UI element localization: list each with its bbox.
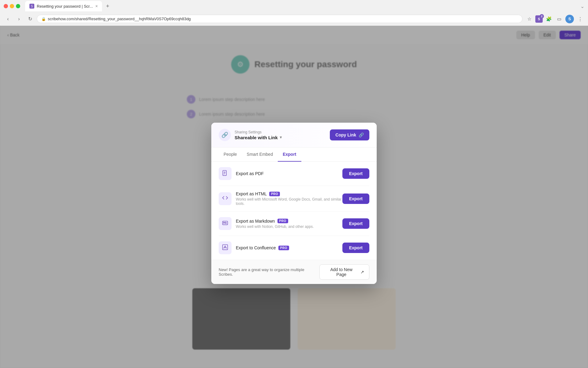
sharing-type-label: Shareable with Link ▼ — [235, 135, 283, 140]
export-html-title: Export as HTML PRO — [236, 191, 342, 196]
browser-menu-button[interactable]: ⌄ — [580, 3, 584, 9]
browser-actions: ☆ S 2 🧩 ▭ S ⋮ — [525, 15, 584, 23]
export-confluence-item: Export to Confluence PRO Export — [219, 236, 369, 260]
pro-badge-markdown: PRO — [277, 219, 288, 223]
footer-text: New! Pages are a great way to organize m… — [219, 267, 319, 277]
export-pdf-title: Export as PDF — [236, 171, 342, 176]
export-pdf-info: Export as PDF — [236, 171, 342, 176]
export-html-icon-wrap — [219, 192, 232, 205]
url-text: scribehow.com/shared/Resetting_your_pass… — [48, 17, 191, 21]
export-confluence-title: Export to Confluence PRO — [236, 245, 342, 250]
export-html-desc: Works well with Microsoft Word, Google D… — [236, 197, 342, 206]
modal-tabs: People Smart Embed Export — [211, 148, 377, 162]
tab-favicon: S — [29, 4, 34, 9]
bookmark-button[interactable]: ☆ — [525, 15, 533, 23]
sharing-modal: 🔗 Sharing Settings Shareable with Link ▼… — [211, 123, 377, 284]
export-confluence-icon-wrap — [219, 241, 232, 254]
export-markdown-item: Export as Markdown PRO Works well with N… — [219, 212, 369, 236]
sharing-icon: 🔗 — [219, 129, 231, 141]
back-navigation-button[interactable]: ‹ — [4, 15, 12, 23]
export-markdown-title: Export as Markdown PRO — [236, 219, 342, 224]
active-tab[interactable]: S Resetting your password | Scr... × — [25, 1, 102, 11]
tab-close-button[interactable]: × — [95, 4, 98, 9]
sharing-info: Sharing Settings Shareable with Link ▼ — [235, 130, 283, 140]
chevron-down-icon[interactable]: ▼ — [279, 135, 283, 140]
extension-button[interactable]: S 2 — [535, 15, 543, 23]
tab-people[interactable]: People — [219, 148, 242, 162]
export-html-item: Export as HTML PRO Works well with Micro… — [219, 186, 369, 212]
browser-titlebar: S Resetting your password | Scr... × + ⌄ — [0, 0, 588, 12]
html-icon — [222, 195, 228, 202]
minimize-window-button[interactable] — [10, 4, 14, 8]
tab-export[interactable]: Export — [278, 148, 301, 162]
new-tab-button[interactable]: + — [103, 2, 112, 10]
export-pdf-button[interactable]: Export — [342, 168, 369, 179]
modal-header-left: 🔗 Sharing Settings Shareable with Link ▼ — [219, 129, 283, 141]
modal-footer: New! Pages are a great way to organize m… — [211, 260, 377, 284]
browser-addressbar: ‹ › ↻ 🔒 scribehow.com/shared/Resetting_y… — [0, 12, 588, 26]
close-window-button[interactable] — [4, 4, 8, 8]
add-to-page-icon: ↗ — [360, 270, 364, 274]
confluence-icon — [222, 244, 228, 252]
export-pdf-icon-wrap — [219, 167, 232, 180]
sharing-settings-label: Sharing Settings — [235, 130, 283, 134]
lock-icon: 🔒 — [41, 17, 46, 21]
copy-link-button[interactable]: Copy Link 🔗 — [330, 129, 369, 140]
tab-smart-embed[interactable]: Smart Embed — [242, 148, 278, 162]
sidebar-button[interactable]: ▭ — [555, 15, 564, 23]
add-to-page-label: Add to New Page — [325, 267, 358, 277]
modal-body: Export as PDF Export Export as HTML PRO … — [211, 162, 377, 260]
modal-header: 🔗 Sharing Settings Shareable with Link ▼… — [211, 123, 377, 148]
export-markdown-icon-wrap — [219, 217, 232, 230]
copy-link-icon: 🔗 — [359, 132, 364, 137]
export-html-info: Export as HTML PRO Works well with Micro… — [236, 191, 342, 206]
export-pdf-item: Export as PDF Export — [219, 162, 369, 186]
export-html-button[interactable]: Export — [342, 194, 369, 204]
add-to-page-button[interactable]: Add to New Page ↗ — [319, 264, 369, 280]
refresh-button[interactable]: ↻ — [26, 15, 34, 23]
pro-badge-html: PRO — [269, 192, 280, 196]
more-options-button[interactable]: ⋮ — [576, 15, 584, 23]
traffic-lights — [4, 4, 20, 8]
extension-badge: 2 — [540, 14, 544, 18]
export-markdown-button[interactable]: Export — [342, 218, 369, 229]
profile-button[interactable]: S — [565, 15, 574, 23]
export-confluence-info: Export to Confluence PRO — [236, 245, 342, 250]
address-bar[interactable]: 🔒 scribehow.com/shared/Resetting_your_pa… — [37, 15, 522, 23]
tab-title: Resetting your password | Scr... — [37, 4, 93, 9]
maximize-window-button[interactable] — [16, 4, 20, 8]
pdf-icon — [222, 170, 228, 178]
export-confluence-button[interactable]: Export — [342, 243, 369, 253]
export-markdown-desc: Works well with Notion, GitHub, and othe… — [236, 224, 342, 229]
forward-navigation-button[interactable]: › — [15, 15, 23, 23]
browser-chrome: S Resetting your password | Scr... × + ⌄… — [0, 0, 588, 26]
markdown-icon — [222, 220, 228, 228]
pro-badge-confluence: PRO — [278, 246, 289, 250]
tab-bar: S Resetting your password | Scr... × + — [23, 1, 114, 11]
export-markdown-info: Export as Markdown PRO Works well with N… — [236, 219, 342, 229]
svg-rect-7 — [223, 244, 228, 250]
extensions-button[interactable]: 🧩 — [545, 15, 553, 23]
copy-link-label: Copy Link — [335, 132, 356, 137]
